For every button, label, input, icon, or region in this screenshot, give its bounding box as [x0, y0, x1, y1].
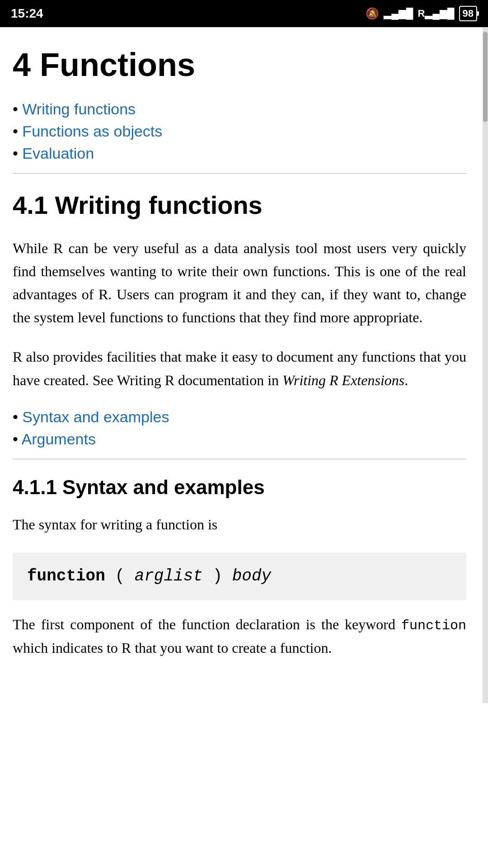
inline-code-function: function	[401, 618, 466, 633]
toc-item-writing-functions[interactable]: Writing functions	[13, 100, 466, 118]
scrollbar[interactable]	[483, 27, 488, 703]
chapter-title: 4 Functions	[13, 45, 466, 84]
toc-item-functions-as-objects[interactable]: Functions as objects	[13, 123, 466, 140]
divider-2	[13, 459, 466, 459]
content-area: 4 Functions Writing functions Functions …	[0, 27, 483, 703]
section-411-para2: The first component of the function decl…	[13, 613, 466, 660]
toc-link-writing-functions[interactable]: Writing functions	[22, 100, 136, 118]
subtoc-link-syntax[interactable]: Syntax and examples	[22, 408, 169, 425]
para2-italic: Writing R Extensions	[282, 372, 404, 388]
subtoc-item-arguments[interactable]: Arguments	[13, 430, 466, 448]
section-41-subtoc: Syntax and examples Arguments	[13, 408, 466, 448]
code-body: body	[232, 567, 271, 585]
subtoc-link-arguments[interactable]: Arguments	[21, 430, 95, 448]
battery-indicator: 98	[459, 6, 477, 21]
scroll-container: 4 Functions Writing functions Functions …	[0, 27, 488, 703]
toc-item-evaluation[interactable]: Evaluation	[13, 145, 466, 162]
subtoc-item-syntax[interactable]: Syntax and examples	[13, 408, 466, 426]
mute-icon: 🔕	[366, 7, 379, 20]
para2-text-before: The first component of the function decl…	[13, 616, 401, 632]
para2-after: .	[404, 372, 408, 388]
toc-link-functions-as-objects[interactable]: Functions as objects	[22, 123, 162, 140]
section-41-para2: R also provides facilities that make it …	[13, 345, 466, 392]
code-block-function-syntax: function ( arglist ) body	[13, 552, 466, 600]
code-close-paren: )	[213, 567, 232, 585]
time-display: 15:24	[11, 6, 43, 21]
toc-link-evaluation[interactable]: Evaluation	[22, 145, 94, 162]
chapter-toc: Writing functions Functions as objects E…	[13, 100, 466, 162]
section-411-title: 4.1.1 Syntax and examples	[13, 476, 466, 500]
code-open-paren: (	[115, 567, 134, 585]
scrollbar-thumb[interactable]	[483, 32, 488, 122]
section-411-para1: The syntax for writing a function is	[13, 513, 466, 536]
signal-icon: ▂▄▆█	[384, 8, 413, 19]
divider-1	[13, 173, 466, 174]
para2-text-after: which indicates to R that you want to cr…	[13, 640, 332, 656]
r-signal-icon: R▂▄▆█	[418, 8, 454, 19]
code-arglist: arglist	[135, 567, 203, 585]
section-41-title: 4.1 Writing functions	[13, 190, 466, 220]
status-icons: 🔕 ▂▄▆█ R▂▄▆█ 98	[366, 6, 477, 21]
code-keyword: function	[27, 567, 105, 585]
section-41-para1: While R can be very useful as a data ana…	[13, 237, 466, 330]
status-bar: 15:24 🔕 ▂▄▆█ R▂▄▆█ 98	[0, 0, 488, 27]
